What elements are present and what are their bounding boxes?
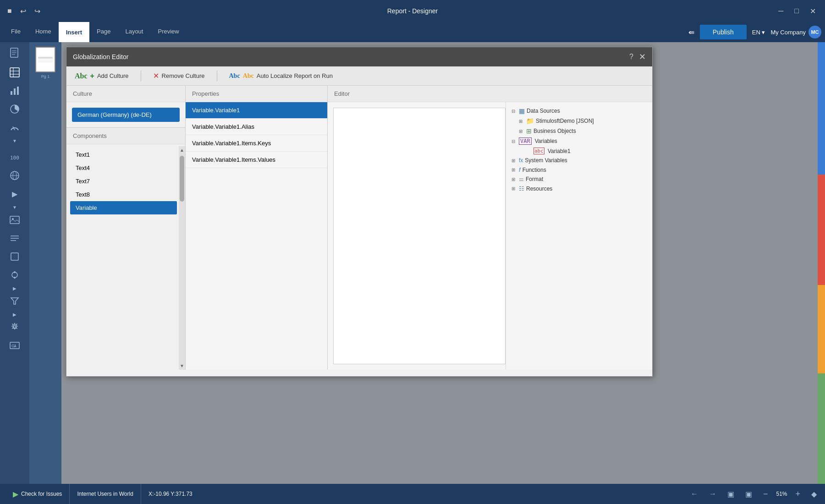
tree-label-sysvars: System Variables — [525, 157, 567, 164]
tree-expand-bizobjects[interactable]: ⊞ — [519, 129, 524, 134]
page-thumbnail[interactable] — [35, 47, 55, 72]
scroll-up-arrow[interactable]: ▲ — [178, 146, 186, 154]
tree-expand-variables[interactable]: ⊟ — [512, 139, 517, 144]
property-variable1-alias[interactable]: Variable.Variable1.Alias — [186, 119, 327, 135]
sidebar-chart-icon[interactable] — [5, 82, 25, 99]
auto-localize-button[interactable]: Abc Abc Auto Localize Report on Run — [226, 71, 336, 81]
modal-title: Globalization Editor — [73, 53, 128, 60]
component-text7[interactable]: Text7 — [70, 175, 177, 188]
svg-text:A: A — [14, 345, 16, 348]
modal-help-icon[interactable]: ? — [629, 53, 633, 61]
remove-culture-button[interactable]: ✕ Remove Culture — [150, 70, 208, 82]
status-right: ← → ▣ ▣ − 51% + ◆ — [688, 488, 820, 500]
tree-resources[interactable]: ⊞ ☷ Resources — [510, 184, 649, 193]
nav-page-icon[interactable]: ▣ — [725, 488, 737, 500]
tree-functions[interactable]: ⊞ f Functions — [510, 165, 649, 175]
nav-back-icon[interactable]: ← — [688, 488, 701, 500]
quality-icon[interactable]: ◆ — [808, 488, 820, 500]
tree-expand-functions[interactable]: ⊞ — [512, 167, 517, 172]
coordinates-display: X:-10.96 Y:371.73 — [141, 484, 200, 504]
share-icon[interactable]: ⇚ — [688, 28, 694, 37]
sidebar-expand-btn[interactable]: ▼ — [12, 205, 17, 210]
components-header: Components — [66, 128, 185, 144]
sidebar-filter-icon[interactable] — [5, 293, 25, 309]
sidebar-expand3-btn[interactable]: ▶ — [13, 312, 16, 317]
menu-file[interactable]: File — [4, 22, 28, 42]
scroll-down-arrow[interactable]: ▼ — [178, 362, 186, 370]
component-text1[interactable]: Text1 — [70, 148, 177, 161]
sidebar-globe-icon[interactable] — [5, 167, 25, 184]
properties-panel: Properties Variable.Variable1 Variable.V… — [186, 86, 328, 370]
sidebar-gauge-icon[interactable] — [5, 119, 25, 136]
property-variable1-keys[interactable]: Variable.Variable1.Items.Keys — [186, 135, 327, 152]
tree-expand-stimulosft[interactable]: ⊞ — [519, 119, 524, 124]
svg-rect-8 — [11, 91, 12, 95]
tree-business-objects[interactable]: ⊞ ⊞ Business Objects — [517, 126, 649, 136]
maximize-button[interactable]: □ — [791, 5, 803, 17]
tree-expand-datasources[interactable]: ⊟ — [512, 109, 517, 114]
redo-button[interactable]: ↪ — [33, 5, 42, 17]
sidebar-table-icon[interactable] — [5, 64, 25, 81]
component-text4[interactable]: Text4 — [70, 161, 177, 175]
sidebar-shape-icon[interactable] — [5, 248, 25, 265]
sidebar-component-icon[interactable] — [5, 267, 25, 283]
nav-forward-icon[interactable]: → — [706, 488, 719, 500]
menu-layout[interactable]: Layout — [118, 22, 150, 42]
tree-stimulosft[interactable]: ⊞ 📁 StimulosftDemo [JSON] — [517, 116, 649, 126]
menu-preview[interactable]: Preview — [150, 22, 186, 42]
undo-button[interactable]: ↩ — [18, 5, 28, 17]
title-bar: ■ ↩ ↪ Report - Designer ─ □ ✕ — [0, 0, 825, 22]
tree-expand-format[interactable]: ⊞ — [512, 177, 517, 182]
tree-variables[interactable]: ⊟ VAR Variables — [510, 136, 649, 146]
modal-close-button[interactable]: ✕ — [639, 52, 646, 62]
add-culture-button[interactable]: Abc + Add Culture — [72, 71, 132, 82]
sidebar-arrow-icon[interactable]: ▶ — [5, 186, 25, 202]
publish-button[interactable]: Publish — [700, 25, 747, 39]
sidebar-settings-icon[interactable] — [5, 319, 25, 335]
tree-data-sources[interactable]: ⊟ ▦ Data Sources — [510, 106, 649, 116]
sidebar-expand2-btn[interactable]: ▶ — [13, 286, 16, 291]
auto-localize-label: Auto Localize Report on Run — [257, 72, 333, 79]
nav-number-icon[interactable]: ▣ — [742, 488, 755, 500]
zoom-plus-button[interactable]: + — [792, 489, 803, 499]
sidebar-page-icon[interactable] — [5, 46, 25, 62]
user-avatar[interactable]: MC — [808, 26, 821, 38]
tree-expand-resources[interactable]: ⊞ — [512, 186, 517, 191]
tree-icon-format: ⚌ — [519, 176, 524, 182]
modal-body: Culture German (Germany) (de-DE) Compone… — [66, 86, 652, 370]
menu-insert[interactable]: Insert — [59, 22, 89, 42]
menu-home[interactable]: Home — [28, 22, 59, 42]
zoom-minus-button[interactable]: − — [760, 489, 771, 499]
component-text8[interactable]: Text8 — [70, 188, 177, 201]
tree-format[interactable]: ⊞ ⚌ Format — [510, 175, 649, 184]
check-issues-label: Check for Issues — [21, 491, 62, 497]
close-button[interactable]: ✕ — [806, 5, 820, 17]
language-selector[interactable]: EN ▾ — [752, 29, 765, 36]
modal-overlay: Globalization Editor ? ✕ Abc + Add Cultu… — [61, 42, 825, 484]
property-variable1[interactable]: Variable.Variable1 — [186, 102, 327, 119]
sidebar-list-icon[interactable] — [5, 230, 25, 247]
sidebar-number-icon[interactable]: 100 — [5, 149, 25, 165]
sidebar-collapse-btn[interactable]: ▼ — [12, 138, 17, 143]
right-accent-bar — [818, 42, 825, 484]
tree-system-variables[interactable]: ⊞ fx System Variables — [510, 156, 649, 165]
tree-label-variables: Variables — [535, 138, 557, 144]
tree-icon-datasources: ▦ — [519, 107, 525, 115]
tree-expand-sysvars[interactable]: ⊞ — [512, 158, 517, 163]
editor-text-area[interactable] — [333, 108, 506, 364]
window-menu-icon[interactable]: ■ — [6, 5, 14, 17]
check-issues-button[interactable]: ▶ Check for Issues — [6, 484, 70, 504]
property-variable1-values[interactable]: Variable.Variable1.Items.Values — [186, 152, 327, 168]
menu-page[interactable]: Page — [89, 22, 118, 42]
add-culture-label: Add Culture — [97, 72, 129, 79]
culture-item-german[interactable]: German (Germany) (de-DE) — [72, 108, 180, 122]
coordinates-label: X:-10.96 Y:371.73 — [148, 491, 192, 497]
component-variable[interactable]: Variable — [70, 201, 177, 214]
minimize-button[interactable]: ─ — [775, 5, 787, 17]
sidebar-pie-icon[interactable] — [5, 101, 25, 117]
tree-variable1[interactable]: abc Variable1 — [524, 146, 649, 156]
components-scrollbar[interactable]: ▲ ▼ — [179, 146, 185, 370]
sidebar-bottom-icon[interactable]: GlA — [5, 337, 25, 354]
toolbar-sep1 — [141, 71, 141, 82]
sidebar-image-icon[interactable] — [5, 212, 25, 228]
